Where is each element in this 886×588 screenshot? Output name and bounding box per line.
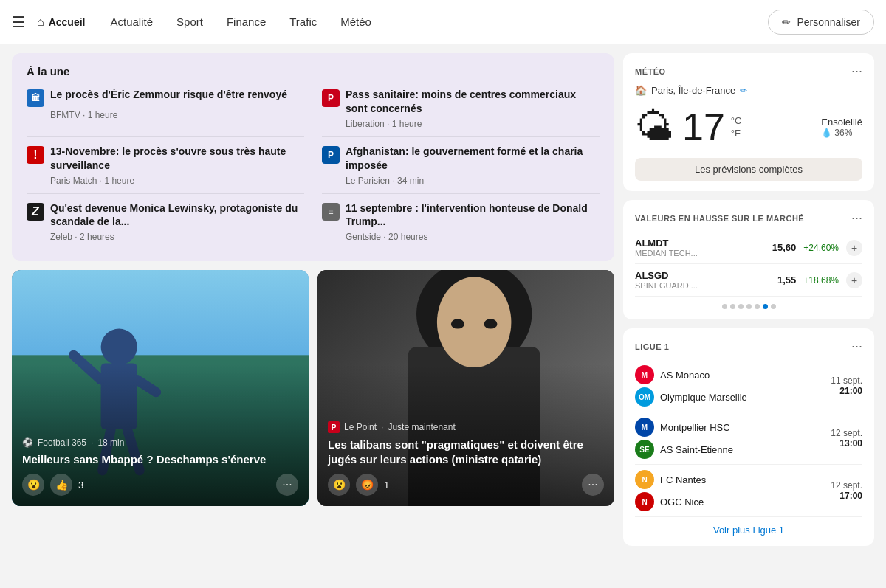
stock-add-btn-2[interactable]: +: [846, 272, 862, 288]
drop-icon: 💧: [821, 128, 832, 138]
stock-name-2: ALSGD: [635, 270, 698, 281]
news-item-4[interactable]: P Afghanistan: le gouvernement formé et …: [322, 145, 600, 194]
news-meta-5: Zeleb · 2 heures: [50, 232, 304, 242]
news-item-6[interactable]: ≡ 11 septembre : l'intervention honteuse…: [322, 201, 600, 250]
team-saint-etienne: AS Saint-Etienne: [660, 444, 831, 455]
news-title-5: Qu'est devenue Monica Lewinsky, protagon…: [50, 201, 304, 229]
dot-3[interactable]: [738, 304, 744, 309]
stock-fullname-1: MEDIAN TECH...: [635, 249, 698, 257]
like-btn-1[interactable]: 👍: [50, 474, 72, 496]
dot-4[interactable]: [746, 304, 752, 309]
match-time-1: 21:00: [839, 386, 862, 396]
meteo-forecast-button[interactable]: Les prévisions complètes: [635, 158, 862, 181]
news-item-6-header: ≡ 11 septembre : l'intervention honteuse…: [322, 201, 600, 229]
card-time-2: Juste maintenant: [388, 422, 455, 432]
meteo-desc-text: Ensoleillé: [821, 117, 862, 128]
news-item-2[interactable]: P Pass sanitaire: moins de centres comme…: [322, 88, 600, 137]
angry-btn-2[interactable]: 😡: [356, 474, 378, 496]
monaco-icon: M: [635, 365, 654, 384]
meteo-edit-icon[interactable]: ✏: [740, 86, 747, 96]
more-btn-1[interactable]: ···: [276, 474, 298, 496]
card-actions-2: 😮 😡 1 ···: [328, 474, 604, 496]
reaction-btn-1[interactable]: 😮: [22, 474, 44, 496]
ligue1-more-button[interactable]: ···: [851, 339, 862, 354]
dot-7[interactable]: [771, 304, 776, 309]
nav-meteo[interactable]: Météo: [330, 10, 382, 34]
card-meta-2: P Le Point · Juste maintenant: [328, 421, 604, 433]
news-meta-4: Le Parisien · 34 min: [346, 176, 600, 186]
nav-actualite[interactable]: Actualité: [100, 10, 163, 34]
meteo-location-row: 🏠 Paris, Île-de-France ✏: [635, 85, 862, 96]
match-row-1[interactable]: M AS Monaco OM Olympique Marseille 11 se…: [635, 360, 862, 412]
meteo-header: MÉTÉO ···: [635, 63, 862, 79]
dot-1[interactable]: [722, 304, 727, 309]
meteo-sun-icon: 🌤: [635, 105, 673, 149]
news-item-4-header: P Afghanistan: le gouvernement formé et …: [322, 145, 600, 173]
meteo-more-button[interactable]: ···: [851, 63, 862, 79]
stock-row-1[interactable]: ALMDT MEDIAN TECH... 15,60 +24,60% +: [635, 232, 862, 264]
marseille-icon: OM: [635, 387, 654, 407]
nav-sport[interactable]: Sport: [166, 10, 213, 34]
home-icon: ⌂: [37, 15, 44, 29]
valeurs-more-button[interactable]: ···: [851, 210, 862, 226]
nav-finance[interactable]: Finance: [216, 10, 276, 34]
news-item-3[interactable]: ! 13-Novembre: le procès s'ouvre sous tr…: [27, 145, 304, 194]
card-title-2: Les talibans sont "pragmatiques" et doiv…: [328, 437, 604, 466]
news-title-2: Pass sanitaire: moins de centres commerc…: [346, 88, 600, 116]
stock-row-2[interactable]: ALSGD SPINEGUARD ... 1,55 +18,68% +: [635, 264, 862, 297]
nav-trafic[interactable]: Trafic: [279, 10, 327, 34]
ligue1-card: LIGUE 1 ··· M AS Monaco OM Olympique Mar…: [623, 328, 874, 546]
dot-5[interactable]: [755, 304, 760, 309]
news-title-1: Le procès d'Éric Zemmour risque d'être r…: [50, 88, 287, 102]
header: ☰ ⌂ Accueil Actualité Sport Finance Traf…: [0, 0, 886, 44]
carousel-dots: [635, 304, 862, 309]
news-item-2-header: P Pass sanitaire: moins de centres comme…: [322, 88, 600, 116]
dot-6[interactable]: [763, 304, 768, 309]
meteo-card: MÉTÉO ··· 🏠 Paris, Île-de-France ✏ 🌤 17 …: [623, 53, 874, 191]
news-item-5[interactable]: Z Qu'est devenue Monica Lewinsky, protag…: [27, 201, 304, 250]
ligue1-header: LIGUE 1 ···: [635, 339, 862, 354]
voir-plus-ligue1[interactable]: Voir plus Ligue 1: [635, 517, 862, 536]
news-item-1[interactable]: 🏛 Le procès d'Éric Zemmour risque d'être…: [27, 88, 304, 137]
personalize-label: Personnaliser: [797, 16, 860, 28]
match-date-3: 12 sept.: [831, 480, 862, 491]
home-label: Accueil: [49, 16, 86, 28]
ligue1-label: LIGUE 1: [635, 342, 669, 351]
card-meta-1: ⚽ Football 365 · 18 min: [22, 437, 298, 448]
meteo-description: Ensoleillé 💧 36%: [821, 117, 862, 138]
card-title-1: Meilleurs sans Mbappé ? Deschamps s'éner…: [22, 452, 298, 467]
news-icon-5: Z: [27, 203, 44, 221]
card-content-1: ⚽ Football 365 · 18 min Meilleurs sans M…: [12, 427, 309, 507]
card-time-1: 18 min: [97, 437, 124, 448]
stock-add-btn-1[interactable]: +: [846, 240, 862, 256]
news-item-3-header: ! 13-Novembre: le procès s'ouvre sous tr…: [27, 145, 304, 173]
card-content-2: P Le Point · Juste maintenant Les taliba…: [317, 411, 614, 506]
match-time-3: 17:00: [839, 491, 862, 501]
match-row-2[interactable]: M Montpellier HSC SE AS Saint-Etienne 12…: [635, 412, 862, 465]
a-la-une-section: À la une 🏛 Le procès d'Éric Zemmour risq…: [12, 53, 614, 261]
news-item-5-header: Z Qu'est devenue Monica Lewinsky, protag…: [27, 201, 304, 229]
meteo-fahrenheit: °F: [731, 128, 742, 139]
stock-price-1: 15,60: [772, 242, 797, 253]
stock-fullname-2: SPINEGUARD ...: [635, 281, 698, 290]
team-nice: OGC Nice: [660, 497, 831, 508]
image-card-taliban[interactable]: P Le Point · Juste maintenant Les taliba…: [317, 270, 614, 506]
like-count-1: 3: [78, 480, 83, 491]
personalize-button[interactable]: ✏ Personnaliser: [768, 10, 874, 35]
more-btn-2[interactable]: ···: [582, 474, 604, 496]
dot-2[interactable]: [730, 304, 735, 309]
card-source-1: Football 365: [38, 437, 86, 448]
news-icon-4: P: [322, 146, 340, 164]
news-item-1-header: 🏛 Le procès d'Éric Zemmour risque d'être…: [27, 88, 304, 107]
stock-change-2: +18,68%: [803, 275, 839, 286]
match-row-3[interactable]: N FC Nantes N OGC Nice 12 sept. 17:00: [635, 465, 862, 517]
svg-point-14: [484, 319, 498, 329]
valeurs-label: VALEURS EN HAUSSE SUR LE MARCHÉ: [635, 214, 804, 223]
right-column: MÉTÉO ··· 🏠 Paris, Île-de-France ✏ 🌤 17 …: [623, 53, 874, 579]
image-card-football[interactable]: ⚽ Football 365 · 18 min Meilleurs sans M…: [12, 270, 309, 506]
reaction-btn-2[interactable]: 😮: [328, 474, 350, 496]
hamburger-menu-icon[interactable]: ☰: [12, 13, 25, 31]
home-link[interactable]: ⌂ Accueil: [37, 15, 85, 29]
match-schedule-2: 12 sept. 13:00: [831, 428, 862, 449]
news-icon-3: !: [27, 146, 44, 164]
